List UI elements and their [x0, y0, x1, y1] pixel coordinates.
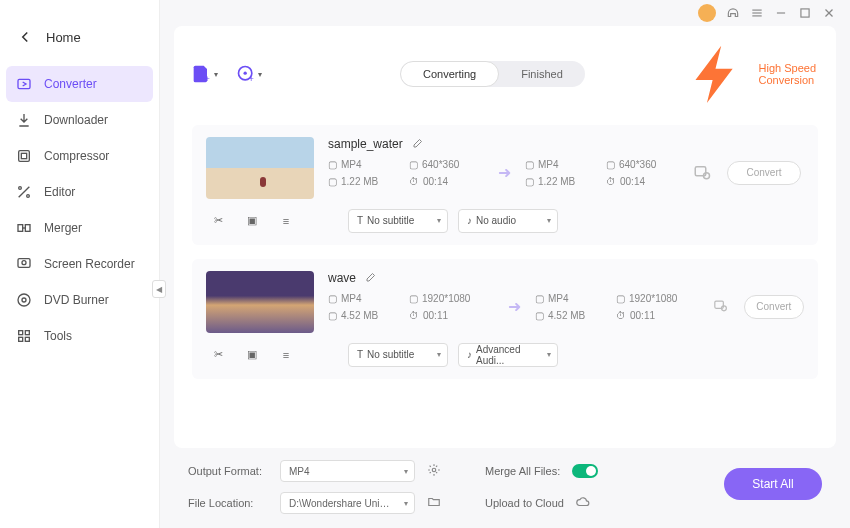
- file-name: wave: [328, 271, 356, 285]
- folder-icon[interactable]: [427, 495, 441, 511]
- merge-toggle[interactable]: [572, 464, 598, 478]
- sidebar-item-converter[interactable]: Converter: [6, 66, 153, 102]
- crop-icon[interactable]: ▣: [240, 343, 264, 367]
- editor-icon: [16, 184, 32, 200]
- effects-icon[interactable]: ≡: [274, 209, 298, 233]
- sidebar-item-downloader[interactable]: Downloader: [0, 102, 159, 138]
- sidebar-item-compressor[interactable]: Compressor: [0, 138, 159, 174]
- converter-icon: [16, 76, 32, 92]
- merge-label: Merge All Files:: [485, 465, 560, 477]
- svg-point-4: [27, 195, 30, 198]
- svg-rect-1: [19, 151, 30, 162]
- thumbnail[interactable]: [206, 271, 314, 333]
- sidebar-item-screen-recorder[interactable]: Screen Recorder: [0, 246, 159, 282]
- src-res: ▢ 640*360: [409, 159, 484, 170]
- svg-text:+: +: [249, 74, 254, 84]
- svg-rect-19: [801, 9, 809, 17]
- arrow-icon: ➜: [508, 297, 521, 316]
- subtitle-select[interactable]: T No subtitle▾: [348, 209, 448, 233]
- svg-point-9: [18, 294, 30, 306]
- svg-point-10: [22, 298, 26, 302]
- subtitle-select[interactable]: T No subtitle▾: [348, 343, 448, 367]
- tab-converting[interactable]: Converting: [400, 61, 499, 87]
- sidebar-header: Home: [0, 28, 159, 66]
- sidebar-item-label: Compressor: [44, 149, 109, 163]
- tools-icon: [16, 328, 32, 344]
- support-icon[interactable]: [726, 6, 740, 20]
- dst-res: ▢ 1920*1080: [616, 293, 701, 304]
- main: ◀ + ▾ + ▾ Converting Finished High Speed: [160, 0, 850, 528]
- sidebar-item-label: Merger: [44, 221, 82, 235]
- sidebar-item-editor[interactable]: Editor: [0, 174, 159, 210]
- high-speed-badge[interactable]: High Speed Conversion: [684, 40, 818, 109]
- file-location-select[interactable]: D:\Wondershare UniConverter 1▾: [280, 492, 415, 514]
- svg-rect-0: [18, 79, 30, 88]
- svg-rect-5: [18, 225, 23, 232]
- trim-icon[interactable]: ✂: [206, 343, 230, 367]
- sidebar-item-label: Converter: [44, 77, 97, 91]
- crop-icon[interactable]: ▣: [240, 209, 264, 233]
- dst-dur: ⏱ 00:14: [606, 176, 681, 187]
- convert-button[interactable]: Convert: [727, 161, 801, 185]
- sidebar-item-tools[interactable]: Tools: [0, 318, 159, 354]
- dvd-burner-icon: [16, 292, 32, 308]
- file-row: sample_water ▢ MP4 ▢ 640*360 ▢ 1.22 MB: [192, 125, 818, 245]
- back-icon[interactable]: [16, 28, 34, 46]
- edit-icon[interactable]: [364, 272, 376, 284]
- src-dur: ⏱ 00:14: [409, 176, 484, 187]
- sidebar-item-label: Tools: [44, 329, 72, 343]
- menu-icon[interactable]: [750, 6, 764, 20]
- merger-icon: [16, 220, 32, 236]
- toolbar: + ▾ + ▾ Converting Finished High Speed C…: [192, 40, 818, 109]
- file-list: sample_water ▢ MP4 ▢ 640*360 ▢ 1.22 MB: [192, 125, 818, 379]
- sidebar-item-merger[interactable]: Merger: [0, 210, 159, 246]
- collapse-sidebar-button[interactable]: ◀: [152, 280, 166, 298]
- svg-text:+: +: [205, 74, 210, 84]
- add-file-button[interactable]: + ▾: [192, 61, 218, 87]
- home-label[interactable]: Home: [46, 30, 81, 45]
- maximize-icon[interactable]: [798, 6, 812, 20]
- effects-icon[interactable]: ≡: [274, 343, 298, 367]
- src-size: ▢ 1.22 MB: [328, 176, 403, 187]
- sidebar-item-label: Screen Recorder: [44, 257, 135, 271]
- dst-size: ▢ 4.52 MB: [535, 310, 610, 321]
- close-icon[interactable]: [822, 6, 836, 20]
- arrow-icon: ➜: [498, 163, 511, 182]
- svg-point-30: [432, 468, 436, 472]
- add-dvd-button[interactable]: + ▾: [236, 61, 262, 87]
- sidebar-item-label: Downloader: [44, 113, 108, 127]
- dst-format: ▢ MP4: [535, 293, 610, 304]
- audio-select[interactable]: ♪ No audio▾: [458, 209, 558, 233]
- dst-dur: ⏱ 00:11: [616, 310, 701, 321]
- edit-icon[interactable]: [411, 138, 423, 150]
- svg-rect-14: [25, 337, 29, 341]
- tabs: Converting Finished: [400, 61, 585, 87]
- svg-rect-7: [18, 259, 30, 268]
- cloud-icon[interactable]: [576, 495, 590, 511]
- thumbnail[interactable]: [206, 137, 314, 199]
- avatar-icon[interactable]: [698, 4, 716, 22]
- start-all-button[interactable]: Start All: [724, 468, 822, 500]
- svg-rect-13: [19, 337, 23, 341]
- audio-select[interactable]: ♪ Advanced Audi...▾: [458, 343, 558, 367]
- screen-recorder-icon: [16, 256, 32, 272]
- minimize-icon[interactable]: [774, 6, 788, 20]
- settings-icon[interactable]: [693, 163, 711, 183]
- sidebar-item-dvd-burner[interactable]: DVD Burner: [0, 282, 159, 318]
- file-location-label: File Location:: [188, 497, 268, 509]
- convert-button[interactable]: Convert: [744, 295, 804, 319]
- high-speed-label: High Speed Conversion: [759, 62, 818, 86]
- format-settings-icon[interactable]: [427, 463, 441, 479]
- content-card: + ▾ + ▾ Converting Finished High Speed C…: [174, 26, 836, 448]
- trim-icon[interactable]: ✂: [206, 209, 230, 233]
- output-format-select[interactable]: MP4▾: [280, 460, 415, 482]
- titlebar: [160, 0, 850, 26]
- output-format-label: Output Format:: [188, 465, 268, 477]
- src-dur: ⏱ 00:11: [409, 310, 494, 321]
- svg-point-8: [22, 261, 26, 265]
- src-format: ▢ MP4: [328, 293, 403, 304]
- svg-point-24: [244, 72, 247, 75]
- settings-icon[interactable]: [713, 298, 728, 315]
- tab-finished[interactable]: Finished: [499, 61, 585, 87]
- file-row: wave ▢ MP4 ▢ 1920*1080 ▢ 4.52 MB: [192, 259, 818, 379]
